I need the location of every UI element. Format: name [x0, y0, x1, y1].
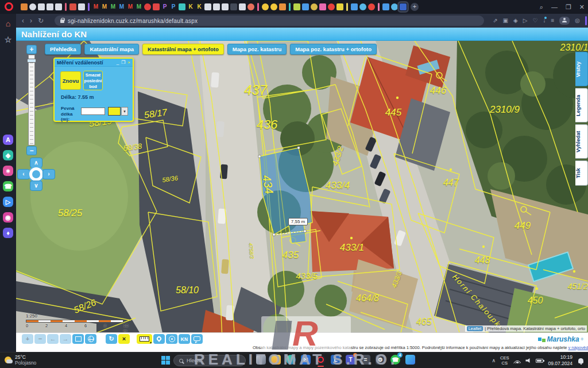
tab-favicon[interactable]	[336, 3, 343, 10]
tab-favicon[interactable]: K	[196, 3, 203, 10]
full-extent-button[interactable]	[85, 334, 96, 344]
profile-icon[interactable]	[559, 17, 570, 25]
tab-favicon[interactable]	[293, 3, 300, 10]
swatch-dropdown-icon[interactable]: ▼	[121, 107, 128, 116]
clear-button[interactable]: ×	[118, 334, 130, 344]
map-tab-p-ehledka[interactable]: Přehledka	[45, 44, 81, 55]
tab-favicon[interactable]	[328, 3, 335, 10]
pan-center-button[interactable]	[29, 167, 43, 181]
measure-distance-button[interactable]: ▴	[137, 334, 152, 344]
history-back-button[interactable]: ←	[47, 334, 59, 344]
tab-favicon[interactable]	[69, 3, 76, 10]
help-pdf-link[interactable]: v nápovědě (PDF).	[568, 345, 588, 350]
downloads-icon[interactable]: ↓	[543, 18, 546, 24]
sidebar-panel-toggle[interactable]	[585, 16, 587, 25]
point-select-button[interactable]	[153, 334, 165, 344]
tab-favicon[interactable]	[230, 3, 237, 10]
weather-widget[interactable]: 25°C Polojasno	[5, 354, 36, 366]
dialog-close-icon[interactable]: ×	[127, 60, 130, 65]
tab-favicon[interactable]	[262, 3, 269, 10]
tab-favicon[interactable]	[400, 3, 407, 10]
new-tab-button[interactable]: +	[411, 3, 419, 11]
zoom-in-button[interactable]: +	[22, 334, 33, 344]
pan-down-button[interactable]: ∨	[30, 181, 42, 191]
map-tab-katastr-ln-mapa-ortofoto[interactable]: Katastrální mapa + ortofoto	[142, 44, 224, 55]
tab-favicon[interactable]	[247, 3, 254, 10]
window-minimize-button[interactable]: —	[551, 3, 558, 10]
tab-favicon[interactable]	[279, 3, 286, 10]
pan-up-button[interactable]: ∧	[30, 158, 42, 168]
tab-list[interactable]: MMMMMMPPKK+	[21, 0, 520, 14]
tab-search-icon[interactable]: ⌕	[540, 3, 543, 11]
delete-last-point-button[interactable]: Smazat poslední bod	[83, 71, 103, 90]
language-switcher[interactable]: CES CS	[500, 355, 509, 366]
messenger-icon[interactable]: ∗	[3, 166, 13, 176]
map-tab-mapa-poz-katastru[interactable]: Mapa poz. katastru	[227, 44, 287, 55]
window-close-button[interactable]: ✕	[579, 3, 585, 11]
tab-favicon[interactable]	[55, 3, 62, 10]
volume-icon[interactable]	[525, 358, 531, 363]
notifications-icon[interactable]	[578, 358, 583, 363]
tab-favicon[interactable]	[179, 3, 185, 10]
history-forward-button[interactable]: →	[60, 334, 71, 344]
tab-favicon[interactable]: M	[118, 3, 125, 10]
zoom-slider[interactable]	[28, 55, 35, 145]
tab-favicon[interactable]	[38, 3, 45, 10]
vpn-badge-icon[interactable]: ◈	[513, 18, 518, 24]
share-icon[interactable]: ⇗	[493, 18, 497, 24]
tab-favicon[interactable]	[21, 3, 28, 10]
zoom-rectangle-button[interactable]	[72, 334, 84, 344]
tab-favicon[interactable]	[144, 3, 151, 10]
reader-mode-icon[interactable]: ≡	[551, 18, 554, 24]
home-icon[interactable]: ⌂	[3, 18, 13, 29]
pan-left-button[interactable]: ‹	[17, 169, 30, 179]
map-tab-katastr-ln-mapa[interactable]: Katastrální mapa	[84, 44, 139, 55]
tab-favicon[interactable]	[204, 3, 211, 10]
fixed-length-input[interactable]	[81, 108, 105, 115]
tab-favicon[interactable]: P	[161, 3, 168, 10]
side-tab-tisk[interactable]: Tisk	[575, 160, 588, 186]
tab-favicon[interactable]	[319, 3, 326, 10]
tab-favicon[interactable]	[78, 3, 85, 10]
zoom-in-button[interactable]: +	[26, 45, 37, 54]
color-swatch[interactable]	[108, 107, 121, 116]
tab-favicon[interactable]: M	[110, 3, 117, 10]
workspace-icon[interactable]: ◈	[3, 150, 13, 160]
zoom-out-button[interactable]: −	[26, 146, 37, 155]
tab-favicon[interactable]	[270, 3, 277, 10]
bookmarks-icon[interactable]: ☆	[3, 34, 13, 45]
tray-expand-icon[interactable]: ∧	[492, 358, 496, 363]
tab-favicon[interactable]	[239, 3, 246, 10]
leaflet-link[interactable]: Leaflet	[467, 326, 483, 331]
tab-favicon[interactable]	[311, 3, 318, 10]
tab-favicon[interactable]: P	[170, 3, 177, 10]
tab-favicon[interactable]	[359, 3, 366, 10]
map-viewport[interactable]: 43743658/1758/1958/3858/3658/2558/1058/2…	[16, 41, 588, 352]
tab-favicon[interactable]	[222, 3, 229, 10]
start-button[interactable]	[161, 356, 170, 365]
url-field[interactable]: sgi-nahlizenidokn.cuzk.cz/marushka/defau…	[55, 16, 484, 26]
aria-ai-icon[interactable]: A	[3, 135, 13, 145]
pan-right-button[interactable]: ›	[42, 169, 55, 179]
measure-again-button[interactable]: Znovu	[60, 71, 81, 90]
zoom-out-button[interactable]: −	[34, 334, 46, 344]
dialog-maximize-icon[interactable]: ❐	[121, 60, 125, 65]
refresh-button[interactable]: ↻	[106, 334, 117, 344]
tab-favicon[interactable]	[351, 3, 358, 10]
dialog-minimize-icon[interactable]: _	[117, 60, 119, 65]
tab-favicon[interactable]: M	[127, 3, 134, 10]
favorites-icon[interactable]: ♡	[532, 18, 537, 24]
telegram-icon[interactable]: ▷	[3, 197, 13, 207]
discord-icon[interactable]: ♦	[3, 228, 13, 238]
measure-dialog-titlebar[interactable]: Měření vzdáleností _ ❐ ×	[55, 59, 133, 67]
tab-favicon[interactable]	[153, 3, 160, 10]
forward-icon[interactable]: ›	[30, 17, 32, 25]
map-tab-mapa-poz-katastru-ortofoto[interactable]: Mapa poz. katastru + ortofoto	[290, 44, 377, 55]
tab-favicon[interactable]: K	[187, 3, 194, 10]
tab-favicon[interactable]	[213, 3, 220, 10]
tab-favicon[interactable]: M	[136, 3, 142, 10]
zoom-slider-handle[interactable]	[27, 59, 36, 63]
tab-favicon[interactable]: M	[92, 3, 99, 10]
side-tab-vyhledat[interactable]: Vyhledat	[575, 124, 588, 159]
instagram-icon[interactable]: ◉	[3, 212, 13, 223]
